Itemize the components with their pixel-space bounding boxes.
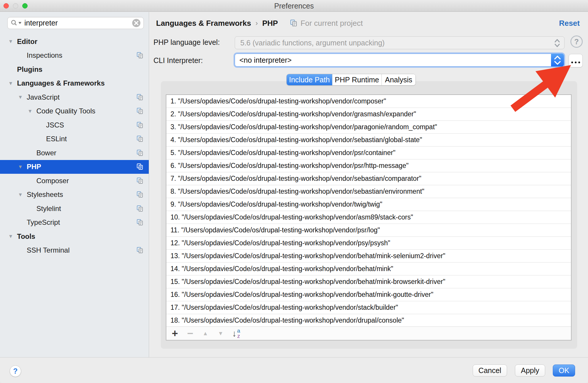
scope-label: For current project [300, 19, 363, 28]
add-button[interactable]: + [171, 328, 179, 339]
language-level-select[interactable]: 5.6 (variadic functions, argument unpack… [235, 36, 565, 49]
breadcrumb-page: PHP [262, 19, 278, 28]
disclosure-icon[interactable]: ▼ [18, 95, 27, 100]
include-path-row[interactable]: 18. "/Users/opdavies/Code/os/drupal-test… [166, 314, 571, 327]
breadcrumb-section: Languages & Frameworks [156, 19, 251, 28]
stepper-icon [554, 38, 561, 49]
shared-settings-icon [136, 149, 143, 156]
include-path-row[interactable]: 3. "/Users/opdavies/Code/os/drupal-testi… [166, 121, 571, 134]
include-path-list: 1. "/Users/opdavies/Code/os/drupal-testi… [166, 94, 572, 341]
apply-button[interactable]: Apply [515, 365, 545, 377]
window-title: Preferences [0, 0, 588, 12]
sidebar-item-label: Plugins [17, 65, 43, 74]
sidebar-item-label: Editor [17, 38, 37, 46]
tab-bar: Include PathPHP RuntimeAnalysis [286, 74, 416, 86]
sidebar-item-label: Tools [17, 232, 35, 241]
disclosure-icon[interactable]: ▼ [8, 39, 17, 44]
include-path-row[interactable]: 12. "/Users/opdavies/Code/os/drupal-test… [166, 237, 571, 250]
include-path-row[interactable]: 17. "/Users/opdavies/Code/os/drupal-test… [166, 301, 571, 314]
sidebar-item-stylesheets[interactable]: ▼Stylesheets [0, 188, 149, 202]
sort-button[interactable]: ↓ a z [232, 328, 240, 338]
search-input[interactable] [24, 18, 132, 28]
shared-settings-icon [290, 19, 298, 27]
sidebar-item-plugins[interactable]: Plugins [0, 62, 149, 76]
sidebar-item-languages-frameworks[interactable]: ▼Languages & Frameworks [0, 76, 149, 91]
sort-az-icon: ↓ [232, 329, 236, 338]
sidebar-item-bower[interactable]: Bower [0, 146, 149, 160]
sidebar-item-label: Stylelint [36, 205, 61, 213]
shared-settings-icon [136, 52, 143, 59]
list-toolbar: + − ▲ ▼ ↓ a z [166, 326, 571, 340]
include-path-row[interactable]: 2. "/Users/opdavies/Code/os/drupal-testi… [166, 108, 571, 121]
sidebar-item-label: Code Quality Tools [36, 107, 95, 115]
disclosure-icon[interactable]: ▼ [18, 164, 27, 169]
disclosure-icon[interactable]: ▼ [8, 81, 17, 86]
ok-button[interactable]: OK [553, 365, 575, 377]
sidebar-item-tools[interactable]: ▼Tools [0, 229, 149, 244]
help-icon-button[interactable]: ? [570, 35, 583, 48]
language-level-label: PHP language level: [153, 38, 220, 47]
shared-settings-icon [136, 122, 143, 129]
sidebar-item-javascript[interactable]: ▼JavaScript [0, 90, 149, 104]
include-path-row[interactable]: 4. "/Users/opdavies/Code/os/drupal-testi… [166, 134, 571, 147]
cancel-button[interactable]: Cancel [473, 365, 507, 377]
sidebar-item-php[interactable]: ▼PHP [0, 160, 149, 174]
language-level-value: 5.6 (variadic functions, argument unpack… [240, 39, 385, 47]
tab-include-path[interactable]: Include Path [287, 74, 332, 85]
sidebar-item-label: TypeScript [27, 218, 60, 227]
shared-settings-icon [136, 205, 143, 212]
include-path-row[interactable]: 14. "/Users/opdavies/Code/os/drupal-test… [166, 263, 571, 275]
browse-interpreters-button[interactable] [569, 54, 583, 67]
sidebar-item-inspections[interactable]: Inspections [0, 49, 149, 63]
sidebar-item-editor[interactable]: ▼Editor [0, 35, 149, 49]
shared-settings-icon [136, 219, 143, 226]
shared-settings-icon [136, 94, 143, 101]
include-path-row[interactable]: 15. "/Users/opdavies/Code/os/drupal-test… [166, 275, 571, 288]
shared-settings-icon [136, 177, 143, 184]
reset-button[interactable]: Reset [559, 19, 580, 28]
interpreter-select[interactable]: <no interpreter> [235, 54, 564, 67]
sidebar-item-typescript[interactable]: TypeScript [0, 216, 149, 230]
include-path-row[interactable]: 9. "/Users/opdavies/Code/os/drupal-testi… [166, 198, 571, 211]
settings-tree: ▼EditorInspections Plugins▼Languages & F… [0, 35, 149, 257]
sidebar-item-ssh-terminal[interactable]: SSH Terminal [0, 244, 149, 258]
include-path-row[interactable]: 13. "/Users/opdavies/Code/os/drupal-test… [166, 250, 571, 263]
breadcrumb: Languages & Frameworks › PHP For current… [156, 18, 363, 28]
interpreter-value: <no interpreter> [239, 56, 292, 64]
shared-settings-icon [136, 108, 143, 115]
sidebar-item-stylelint[interactable]: Stylelint [0, 202, 149, 216]
include-path-row[interactable]: 7. "/Users/opdavies/Code/os/drupal-testi… [166, 172, 571, 185]
help-button[interactable]: ? [10, 365, 21, 377]
include-path-row[interactable]: 16. "/Users/opdavies/Code/os/drupal-test… [166, 288, 571, 301]
sidebar-item-code-quality-tools[interactable]: ▼Code Quality Tools [0, 104, 149, 118]
sidebar-item-composer[interactable]: Composer [0, 174, 149, 188]
disclosure-icon[interactable]: ▼ [8, 234, 17, 239]
tab-analysis[interactable]: Analysis [381, 74, 415, 85]
clear-search-button[interactable] [132, 18, 141, 28]
sidebar-item-label: JSCS [46, 121, 64, 129]
disclosure-icon[interactable]: ▼ [18, 192, 27, 197]
search-filter-caret-icon [18, 22, 22, 24]
search-field[interactable] [7, 17, 144, 29]
include-path-row[interactable]: 10. "/Users/opdavies/Code/os/drupal-test… [166, 211, 571, 224]
shared-settings-icon [136, 247, 143, 254]
move-down-button[interactable]: ▼ [217, 331, 224, 336]
sidebar-item-eslint[interactable]: ESLint [0, 132, 149, 146]
titlebar: Preferences [0, 0, 588, 12]
include-path-row[interactable]: 6. "/Users/opdavies/Code/os/drupal-testi… [166, 159, 571, 172]
include-path-row[interactable]: 5. "/Users/opdavies/Code/os/drupal-testi… [166, 147, 571, 159]
include-path-row[interactable]: 8. "/Users/opdavies/Code/os/drupal-testi… [166, 185, 571, 198]
footer: ? Cancel Apply OK [0, 357, 588, 383]
interpreter-label: CLI Interpreter: [153, 56, 203, 65]
sidebar-item-label: JavaScript [27, 93, 60, 101]
remove-button[interactable]: − [186, 328, 194, 339]
include-path-row[interactable]: 1. "/Users/opdavies/Code/os/drupal-testi… [166, 95, 571, 108]
include-path-rows: 1. "/Users/opdavies/Code/os/drupal-testi… [166, 95, 571, 327]
shared-settings-icon [136, 163, 143, 170]
sidebar-item-jscs[interactable]: JSCS [0, 118, 149, 132]
disclosure-icon[interactable]: ▼ [28, 109, 36, 114]
tab-php-runtime[interactable]: PHP Runtime [332, 74, 381, 85]
move-up-button[interactable]: ▲ [202, 331, 209, 336]
search-icon [10, 19, 18, 27]
include-path-row[interactable]: 11. "/Users/opdavies/Code/os/drupal-test… [166, 224, 571, 237]
